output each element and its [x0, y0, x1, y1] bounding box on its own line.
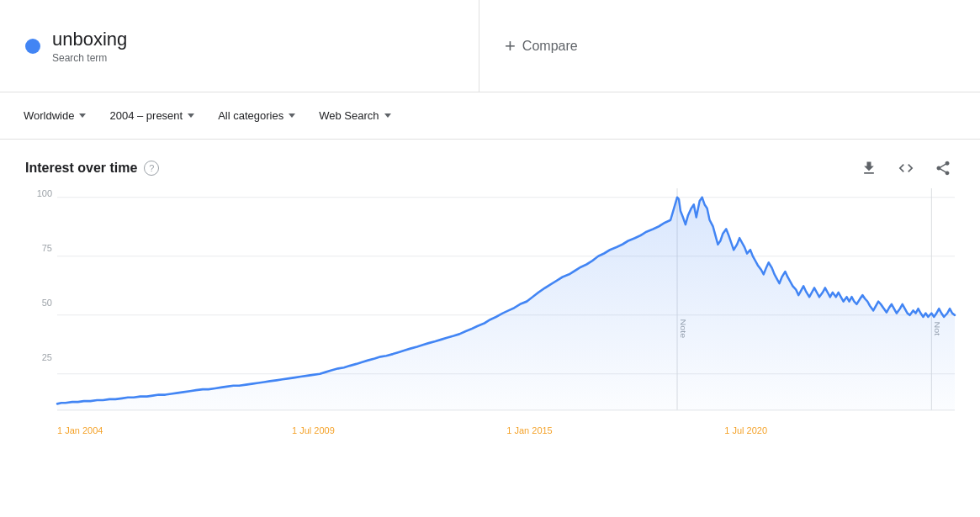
search-type-filter[interactable]: Web Search — [309, 103, 400, 129]
x-label-2020: 1 Jul 2020 — [724, 425, 767, 435]
share-icon — [935, 160, 951, 177]
y-axis: 100 75 50 25 — [25, 188, 57, 424]
top-bar: unboxing Search term + Compare — [0, 0, 980, 92]
download-button[interactable] — [857, 156, 881, 180]
y-label-75: 75 — [25, 243, 57, 253]
chart-actions — [857, 156, 955, 180]
share-button[interactable] — [931, 156, 955, 180]
search-type-label: Web Search — [319, 109, 379, 122]
compare-plus-icon: + — [505, 35, 516, 57]
compare-label: Compare — [522, 39, 578, 54]
search-term-label: Search term — [52, 52, 127, 64]
y-label-25: 25 — [25, 352, 57, 362]
x-label-2004: 1 Jan 2004 — [57, 425, 103, 435]
category-chevron-icon — [289, 113, 295, 118]
compare-panel: + Compare — [479, 0, 980, 92]
chart-title: Interest over time — [25, 161, 137, 176]
search-type-chevron-icon — [384, 113, 391, 118]
chart-container: 100 75 50 25 No — [25, 188, 955, 457]
y-label-50: 50 — [25, 298, 57, 308]
search-term-dot — [25, 39, 40, 54]
category-label: All categories — [218, 109, 283, 122]
geography-label: Worldwide — [24, 109, 74, 122]
filters-bar: Worldwide 2004 – present All categories … — [0, 92, 980, 140]
download-icon — [861, 160, 877, 177]
time-range-filter[interactable]: 2004 – present — [99, 103, 204, 129]
search-term-panel: unboxing Search term — [0, 0, 479, 92]
compare-button[interactable]: + Compare — [505, 35, 578, 57]
x-label-2015: 1 Jan 2015 — [506, 425, 552, 435]
search-term-name: unboxing — [52, 29, 127, 50]
help-icon[interactable]: ? — [144, 161, 159, 176]
x-axis: 1 Jan 2004 1 Jul 2009 1 Jan 2015 1 Jul 2… — [25, 425, 955, 435]
trend-svg: Note Not — [57, 188, 955, 424]
geography-filter[interactable]: Worldwide — [13, 103, 96, 129]
y-label-100: 100 — [25, 188, 57, 198]
category-filter[interactable]: All categories — [208, 103, 305, 129]
time-range-label: 2004 – present — [109, 109, 183, 122]
chart-title-group: Interest over time ? — [25, 161, 159, 176]
time-range-chevron-icon — [188, 113, 194, 118]
geography-chevron-icon — [79, 113, 86, 118]
embed-icon — [898, 160, 914, 177]
search-term-text: unboxing Search term — [52, 29, 127, 64]
chart-header: Interest over time ? — [25, 156, 955, 180]
chart-svg-wrapper: Note Not — [57, 188, 955, 424]
x-label-2009: 1 Jul 2009 — [292, 425, 335, 435]
embed-button[interactable] — [894, 156, 918, 180]
chart-section: Interest over time ? — [0, 140, 980, 466]
